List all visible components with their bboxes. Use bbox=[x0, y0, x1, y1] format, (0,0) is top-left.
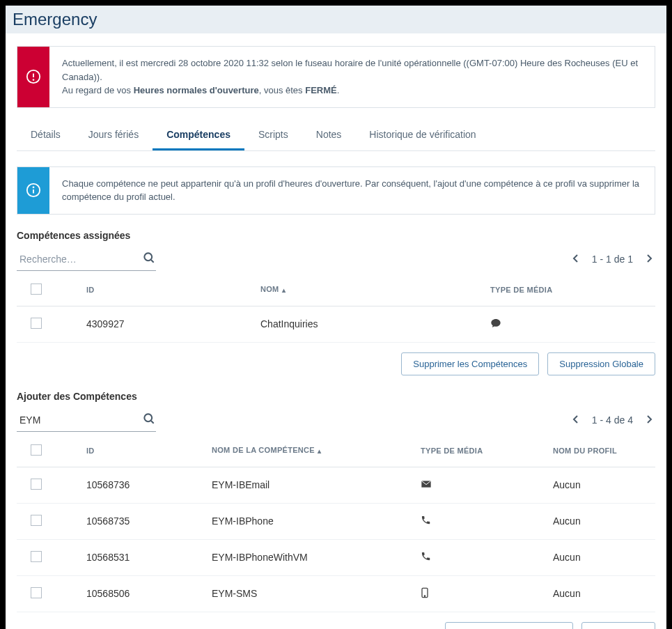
svg-line-9 bbox=[151, 420, 154, 423]
assigned-table: ID NOM▴ TYPE DE MÉDIA 4309927 ChatInquir… bbox=[17, 274, 655, 343]
cell-name: EYM-SMS bbox=[205, 575, 414, 612]
mobile-icon bbox=[421, 589, 429, 600]
table-row: 10568736EYM-IBEmailAucun bbox=[17, 467, 655, 503]
page-title: Emergency bbox=[6, 6, 666, 33]
table-row: 4309927 ChatInquiries bbox=[17, 306, 655, 342]
svg-point-11 bbox=[424, 596, 425, 596]
alert-line2-mid: , vous êtes bbox=[259, 85, 305, 95]
cell-profile: Aucun bbox=[546, 575, 655, 612]
sort-asc-icon: ▴ bbox=[318, 447, 321, 455]
add-all-button[interactable]: Ajouter Tous bbox=[581, 622, 655, 630]
cell-profile: Aucun bbox=[546, 467, 655, 503]
cell-profile: Aucun bbox=[546, 503, 655, 539]
col-id[interactable]: ID bbox=[79, 435, 205, 467]
search-icon[interactable] bbox=[142, 251, 156, 267]
cell-id: 4309927 bbox=[79, 306, 253, 342]
sort-asc-icon: ▴ bbox=[282, 286, 286, 294]
assigned-select-all-checkbox[interactable] bbox=[31, 284, 42, 295]
alert-line1: Actuellement, il est mercredi 28 octobre… bbox=[62, 58, 638, 82]
alert-line2-prefix: Au regard de vos bbox=[62, 85, 134, 95]
table-row: 10568735EYM-IBPhoneAucun bbox=[17, 503, 655, 539]
cell-id: 10568736 bbox=[79, 467, 205, 503]
alert-line2-status: FERMÉ bbox=[305, 85, 337, 95]
col-media[interactable]: TYPE DE MÉDIA bbox=[414, 435, 546, 467]
cell-id: 10568531 bbox=[79, 539, 205, 575]
cell-id: 10568506 bbox=[79, 575, 205, 612]
cell-name: EYM-IBPhoneWithVM bbox=[205, 539, 414, 575]
assigned-next-icon[interactable] bbox=[643, 251, 655, 267]
cell-name: EYM-IBPhone bbox=[205, 503, 414, 539]
phone-icon bbox=[421, 552, 431, 564]
add-next-icon[interactable] bbox=[643, 412, 655, 428]
col-skill-name[interactable]: NOM DE LA COMPÉTENCE▴ bbox=[205, 435, 414, 467]
row-checkbox[interactable] bbox=[31, 515, 42, 526]
alert-line2-suffix: . bbox=[337, 85, 340, 95]
cell-id: 10568735 bbox=[79, 503, 205, 539]
row-checkbox[interactable] bbox=[31, 479, 42, 490]
search-icon[interactable] bbox=[142, 412, 156, 428]
col-id[interactable]: ID bbox=[79, 274, 253, 306]
add-search-input[interactable] bbox=[17, 409, 139, 431]
svg-line-7 bbox=[151, 259, 154, 262]
tab-holidays[interactable]: Jours fériés bbox=[75, 121, 153, 150]
add-pager-text: 1 - 4 de 4 bbox=[592, 414, 633, 426]
svg-point-6 bbox=[144, 253, 152, 261]
alert-line2-bold: Heures normales d'ouverture bbox=[134, 85, 259, 95]
remove-skills-button[interactable]: Supprimer les Compétences bbox=[401, 352, 539, 375]
add-title: Ajouter des Compétences bbox=[17, 391, 655, 402]
tab-audit[interactable]: Historique de vérification bbox=[355, 121, 490, 150]
svg-point-5 bbox=[33, 187, 34, 187]
col-profile[interactable]: NOM DU PROFIL bbox=[546, 435, 655, 467]
status-alert: Actuellement, il est mercredi 28 octobre… bbox=[17, 46, 655, 108]
assigned-title: Compétences assignées bbox=[17, 230, 655, 241]
remove-all-button[interactable]: Suppression Globale bbox=[547, 352, 655, 375]
info-icon bbox=[17, 167, 49, 214]
add-prev-icon[interactable] bbox=[570, 412, 582, 428]
phone-icon bbox=[421, 516, 431, 527]
cell-name: EYM-IBEmail bbox=[205, 467, 414, 503]
alert-icon bbox=[17, 47, 49, 107]
tab-scripts[interactable]: Scripts bbox=[244, 121, 302, 150]
assigned-search-input[interactable] bbox=[17, 248, 139, 270]
tab-skills[interactable]: Compétences bbox=[153, 121, 244, 150]
svg-point-8 bbox=[144, 414, 152, 421]
add-table: ID NOM DE LA COMPÉTENCE▴ TYPE DE MÉDIA N… bbox=[17, 435, 655, 612]
row-checkbox[interactable] bbox=[31, 318, 42, 329]
assigned-pager-text: 1 - 1 de 1 bbox=[592, 254, 633, 265]
cell-name: ChatInquiries bbox=[253, 306, 483, 342]
email-icon bbox=[421, 480, 432, 491]
tab-bar: Détails Jours fériés Compétences Scripts… bbox=[17, 121, 655, 151]
col-media[interactable]: TYPE DE MÉDIA bbox=[483, 274, 655, 306]
chat-icon bbox=[490, 320, 501, 331]
cell-profile: Aucun bbox=[546, 539, 655, 575]
svg-point-2 bbox=[33, 79, 34, 80]
info-text: Chaque compétence ne peut appartenir qu'… bbox=[49, 167, 655, 214]
row-checkbox[interactable] bbox=[31, 587, 42, 598]
assigned-prev-icon[interactable] bbox=[570, 251, 582, 267]
row-checkbox[interactable] bbox=[31, 551, 42, 562]
tab-details[interactable]: Détails bbox=[17, 121, 75, 150]
add-select-all-checkbox[interactable] bbox=[31, 444, 42, 456]
col-name[interactable]: NOM▴ bbox=[253, 274, 483, 306]
table-row: 10568506EYM-SMSAucun bbox=[17, 575, 655, 612]
table-row: 10568531EYM-IBPhoneWithVMAucun bbox=[17, 539, 655, 575]
info-banner: Chaque compétence ne peut appartenir qu'… bbox=[17, 166, 655, 215]
add-skills-button[interactable]: Ajouter des Compétences bbox=[445, 622, 573, 630]
tab-notes[interactable]: Notes bbox=[302, 121, 356, 150]
